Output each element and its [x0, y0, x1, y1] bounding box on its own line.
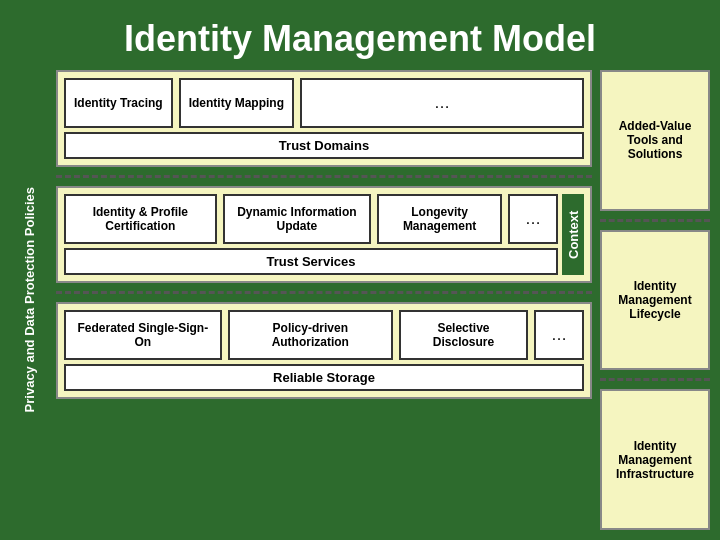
privacy-label: Privacy and Data Protection Policies	[22, 187, 37, 412]
lifecycle-label: Identity Management Lifecycle	[608, 279, 702, 321]
mid-dots: …	[525, 210, 541, 228]
policy-driven-box: Policy-driven Authorization	[228, 310, 393, 360]
bot-boxes: Federated Single-Sign-On Policy-driven A…	[64, 310, 584, 360]
policy-driven-label: Policy-driven Authorization	[238, 321, 383, 349]
top-boxes: Identity Tracing Identity Mapping …	[64, 78, 584, 128]
mid-boxes-inner: Identity & Profile Certification Dynamic…	[64, 194, 558, 275]
mid-context-wrapper: Identity & Profile Certification Dynamic…	[64, 194, 584, 275]
added-value-item: Added-Value Tools and Solutions	[600, 70, 710, 211]
page-container: Identity Management Model Privacy and Da…	[0, 0, 720, 540]
identity-tracing-label: Identity Tracing	[74, 96, 163, 110]
trust-services-bar: Trust Services	[64, 248, 558, 275]
trust-domains-bar: Trust Domains	[64, 132, 584, 159]
infrastructure-item: Identity Management Infrastructure	[600, 389, 710, 530]
page-title: Identity Management Model	[10, 10, 710, 70]
dashed-separator-2	[56, 291, 592, 294]
right-panel: Added-Value Tools and Solutions Identity…	[600, 70, 710, 530]
identity-profile-box: Identity & Profile Certification	[64, 194, 217, 244]
bot-dots-box: …	[534, 310, 584, 360]
selective-label: Selective Disclosure	[409, 321, 518, 349]
added-value-label: Added-Value Tools and Solutions	[608, 119, 702, 161]
context-label: Context	[562, 194, 584, 275]
identity-profile-label: Identity & Profile Certification	[74, 205, 207, 233]
identity-tracing-box: Identity Tracing	[64, 78, 173, 128]
bot-dots: …	[551, 326, 567, 344]
right-dashed-2	[600, 378, 710, 381]
mid-row: Identity & Profile Certification Dynamic…	[56, 186, 592, 283]
trust-services-label: Trust Services	[267, 254, 356, 269]
longevity-box: Longevity Management	[377, 194, 502, 244]
mid-boxes: Identity & Profile Certification Dynamic…	[64, 194, 558, 244]
top-dots-box: …	[300, 78, 584, 128]
identity-mapping-label: Identity Mapping	[189, 96, 284, 110]
mid-dots-box: …	[508, 194, 558, 244]
reliable-storage-bar: Reliable Storage	[64, 364, 584, 391]
reliable-storage-label: Reliable Storage	[273, 370, 375, 385]
center-panel: Identity Tracing Identity Mapping … Trus…	[56, 70, 592, 530]
trust-domains-label: Trust Domains	[279, 138, 369, 153]
bot-row: Federated Single-Sign-On Policy-driven A…	[56, 302, 592, 399]
dashed-separator-1	[56, 175, 592, 178]
longevity-label: Longevity Management	[387, 205, 492, 233]
right-dashed-1	[600, 219, 710, 222]
selective-box: Selective Disclosure	[399, 310, 528, 360]
federated-box: Federated Single-Sign-On	[64, 310, 222, 360]
top-row: Identity Tracing Identity Mapping … Trus…	[56, 70, 592, 167]
dynamic-info-box: Dynamic Information Update	[223, 194, 371, 244]
lifecycle-item: Identity Management Lifecycle	[600, 230, 710, 371]
top-dots: …	[434, 94, 450, 112]
identity-mapping-box: Identity Mapping	[179, 78, 294, 128]
infrastructure-label: Identity Management Infrastructure	[608, 439, 702, 481]
main-content: Privacy and Data Protection Policies Ide…	[10, 70, 710, 530]
federated-label: Federated Single-Sign-On	[74, 321, 212, 349]
dynamic-info-label: Dynamic Information Update	[233, 205, 361, 233]
left-label-area: Privacy and Data Protection Policies	[10, 70, 48, 530]
